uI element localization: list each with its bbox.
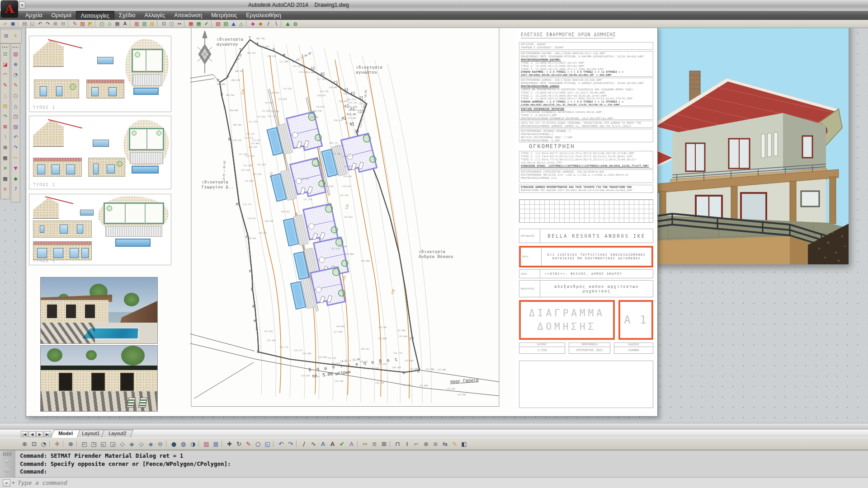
ruler-icon[interactable]: ≡ [431, 439, 440, 449]
palette-icon[interactable]: ▧ [12, 49, 19, 60]
polyline-edit-icon[interactable]: ⊡ [1, 49, 9, 60]
text-icon[interactable]: A [328, 439, 337, 449]
delete-table-icon[interactable]: ⊠ [1, 122, 9, 132]
view-box-tr-icon[interactable]: ◳ [89, 439, 99, 449]
finish-icon[interactable]: ◧ [459, 439, 469, 449]
view-box-tl-icon[interactable]: ◰ [80, 439, 89, 449]
render-palette-icon[interactable]: ▨ [202, 439, 211, 449]
arch-icon[interactable]: ∩ [1, 184, 9, 195]
pencil-red-icon[interactable]: ✎ [244, 439, 253, 449]
brush-icon[interactable]: ▨ [12, 122, 19, 132]
help-icon[interactable]: ? [12, 184, 19, 195]
diamond-green-icon[interactable]: ◆ [12, 174, 19, 184]
slash-back-icon[interactable]: ∖ [272, 20, 280, 28]
menu-item[interactable]: Εργαλειοθήκη [241, 11, 286, 20]
preview-icon[interactable]: ◱ [28, 20, 36, 28]
circle-shaded-icon[interactable]: ◍ [292, 20, 299, 28]
plot-icon[interactable]: ▤ [21, 20, 28, 28]
zoom-window-icon[interactable]: ⊡ [29, 439, 39, 449]
autocad-logo-icon[interactable]: A [1, 0, 18, 18]
page-icon[interactable]: ◱ [263, 439, 272, 449]
dim-h-icon[interactable]: ⊓ [393, 439, 402, 449]
iso-nw-icon[interactable]: ◈ [146, 439, 156, 449]
corner-icon[interactable]: ⌐ [412, 439, 421, 449]
hyperlink-icon[interactable]: ⊗ [66, 439, 75, 449]
window-titlebar[interactable]: Autodesk AutoCAD 2014Drawing1.dwg [0, 0, 868, 11]
redo-icon[interactable]: ↷ [12, 143, 19, 153]
tab-nav-button[interactable]: ▶| [44, 431, 51, 437]
shade-wire-icon[interactable]: ● [169, 439, 179, 449]
layout-tab[interactable]: Model [51, 430, 80, 437]
prompt-caret-icon[interactable]: ▼ [12, 481, 15, 484]
menu-item[interactable]: Σχέδιο [114, 11, 140, 20]
move-icon[interactable]: ✚ [225, 439, 234, 449]
target-icon[interactable]: ⊕ [421, 439, 431, 449]
iso-sw-icon[interactable]: ◇ [118, 439, 127, 449]
revcloud-icon[interactable]: ◠ [1, 70, 9, 80]
command-prompt-icon[interactable]: > [3, 479, 10, 487]
command-panel-grip[interactable]: ✕ ⚙ [0, 450, 15, 478]
redo-icon[interactable]: ↷ [286, 439, 295, 449]
layout-tab[interactable]: Layout2 [101, 430, 133, 437]
match-arrow-icon[interactable]: ↷ [1, 112, 9, 122]
grid-check-icon[interactable]: ✔ [203, 20, 210, 28]
pencil-icon[interactable]: ✏ [12, 153, 19, 164]
undo-icon[interactable]: ↶ [36, 20, 44, 28]
view-box-bl-icon[interactable]: ◱ [99, 439, 108, 449]
block-icon[interactable]: ⊡ [160, 20, 168, 28]
menu-item[interactable]: Μετρήσεις [207, 11, 241, 20]
cylinder-icon[interactable]: ⊖ [156, 439, 165, 449]
text-style-icon[interactable]: A [347, 439, 356, 449]
shape-magenta-icon[interactable]: ◆ [249, 20, 257, 28]
menu-item[interactable]: Αλλαγές [140, 11, 170, 20]
zoom-realtime-icon[interactable]: ⊕ [20, 439, 29, 449]
layer-red-icon[interactable]: ▥ [133, 20, 141, 28]
menu-item[interactable]: Ορισμοί [47, 11, 76, 20]
boundary-icon[interactable]: ◰ [98, 20, 106, 28]
grid-green-icon[interactable]: ▦ [195, 20, 203, 28]
xref-icon[interactable]: ◫ [168, 20, 175, 28]
shade-gouraud-icon[interactable]: ◑ [188, 439, 198, 449]
view-box-br-icon[interactable]: ◲ [108, 439, 118, 449]
arrow-up-icon[interactable]: ▲ [284, 20, 292, 28]
shape-orange-icon[interactable]: ◆ [257, 20, 264, 28]
drawing-sheet[interactable]: ΤΥΠΟΣ 1 ΤΥΠΟΣ 2 [26, 26, 658, 417]
circle-icon[interactable]: ○ [253, 439, 263, 449]
lightbulb-icon[interactable]: ☀ [12, 33, 19, 40]
undo-icon[interactable]: ↶ [12, 132, 19, 143]
viewport-icon[interactable]: ⊞ [379, 439, 389, 449]
cells-icon[interactable]: ▦ [1, 153, 9, 164]
move-icon[interactable]: ⊕ [12, 60, 19, 70]
region-icon[interactable]: ◇ [106, 20, 113, 28]
layer-folder-icon[interactable]: ▤ [1, 101, 9, 112]
paint-icon[interactable]: ✎ [450, 439, 459, 449]
draw-icon[interactable]: ✎ [12, 80, 19, 91]
views-icon[interactable]: ◳ [12, 112, 19, 122]
iso-ne-icon[interactable]: ◇ [137, 439, 146, 449]
horizontal-scrollbar[interactable] [0, 423, 868, 429]
shape-magenta-icon[interactable]: ▼ [12, 164, 19, 174]
column-red-icon[interactable]: ▧ [214, 20, 222, 28]
table-icon[interactable]: ▦ [113, 20, 121, 28]
open-icon[interactable]: ▱ [1, 20, 9, 28]
polyline-icon[interactable]: ∿ [309, 439, 318, 449]
slash-icon[interactable]: ∕ [264, 20, 272, 28]
save-icon[interactable]: ▣ [9, 20, 17, 28]
circle-tool-icon[interactable]: ○ [12, 91, 19, 101]
layer-green-icon[interactable]: ▥ [141, 20, 148, 28]
menu-item[interactable]: Απεικόνιση [170, 11, 207, 20]
feather-icon[interactable]: ∖ [1, 132, 9, 143]
match-props-icon[interactable]: ✎ [71, 20, 79, 28]
gradient-icon[interactable]: ◩ [86, 20, 94, 28]
layer-yellow-icon[interactable]: ▥ [148, 20, 156, 28]
render-image-icon[interactable]: ▦ [211, 439, 221, 449]
table-icon[interactable]: ⊞ [1, 143, 9, 153]
rotate-view-icon[interactable]: ◔ [12, 70, 19, 80]
menu-item[interactable]: Αρχεία [21, 11, 47, 20]
close-icon[interactable]: ✕ [2, 457, 12, 465]
column-green-icon[interactable]: ▧ [222, 20, 230, 28]
sheet-grid-icon[interactable]: ▩ [1, 174, 9, 184]
polygon-icon[interactable]: △ [1, 91, 9, 101]
quick-access-caret-icon[interactable]: ▼ [19, 1, 25, 9]
dim-linear-icon[interactable]: ↔ [360, 439, 370, 449]
